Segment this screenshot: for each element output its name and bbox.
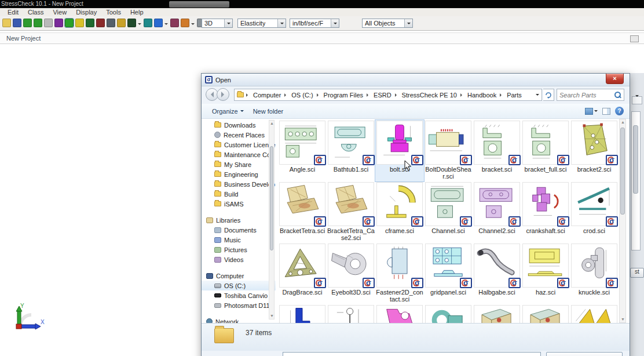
breadcrumb-segment[interactable]: StressCheck PE 10 — [399, 92, 460, 99]
open-folder-icon[interactable] — [2, 19, 11, 27]
file-item-halbgabe-sci[interactable]: σHalbgabe.sci — [473, 243, 521, 304]
filename-input[interactable] — [283, 352, 541, 356]
file-item-partial[interactable] — [473, 304, 521, 323]
menu-item-class[interactable]: Class — [24, 9, 48, 16]
points-icon[interactable] — [170, 19, 179, 27]
save-icon[interactable] — [13, 19, 21, 27]
chevron-down-icon[interactable] — [138, 23, 141, 27]
chevron-down-icon[interactable] — [331, 19, 339, 27]
red-box-icon[interactable] — [96, 19, 105, 27]
breadcrumb-segment[interactable]: ESRD — [371, 92, 394, 99]
breadcrumb-segment[interactable]: Computer — [250, 92, 284, 99]
breadcrumb-segment[interactable]: Handbook — [464, 92, 499, 99]
blue-l-dropdown-icon[interactable] — [154, 19, 163, 27]
key-icon[interactable] — [117, 19, 126, 27]
breadcrumb-history-dropdown-icon[interactable] — [536, 94, 539, 97]
file-item-haz-sci[interactable]: σhaz.sci — [521, 243, 570, 304]
sidebar-item-toshiba-canvio-h[interactable]: Toshiba Canvio H — [202, 290, 276, 300]
menu-item-view[interactable]: View — [49, 9, 71, 16]
sidebar-scrollbar[interactable]: ▲ ▼ — [269, 120, 275, 319]
dialog-titlebar[interactable]: σ Open — [202, 74, 630, 86]
search-icon[interactable] — [613, 91, 621, 99]
file-grid-scrollbar-thumb[interactable] — [620, 128, 625, 215]
close-icon[interactable]: × — [606, 74, 624, 84]
sidebar-item-customer-license[interactable]: Customer License — [202, 140, 276, 150]
file-item-brackettetra-case2-sci[interactable]: σBracketTetra_Case2.sci — [327, 181, 375, 243]
chevron-down-icon[interactable] — [224, 19, 232, 27]
tab-new-project[interactable]: New Project — [2, 34, 45, 43]
sidebar-item-pictures[interactable]: Pictures — [202, 245, 276, 255]
search-box[interactable] — [557, 89, 624, 101]
file-item-partial[interactable] — [327, 304, 375, 323]
file-item-bracket-full-sci[interactable]: σbracket_full.sci — [521, 120, 570, 181]
file-item-boltdoubleshear-sci[interactable]: σBoltDoubleShear.sci — [424, 120, 473, 181]
file-item-partial[interactable] — [278, 304, 327, 323]
file-item-partial[interactable] — [570, 304, 619, 323]
menu-item-edit[interactable]: Edit — [3, 9, 23, 16]
file-item-eyebolt3d-sci[interactable]: σEyebolt3D.sci — [327, 243, 375, 304]
mdi-restore-button[interactable] — [630, 35, 639, 42]
sidebar-item-os-c-[interactable]: OS (C:) — [202, 281, 276, 290]
sidebar-item-my-share[interactable]: My Share — [202, 159, 276, 169]
print-icon[interactable] — [44, 19, 53, 27]
purple-box-icon[interactable] — [54, 19, 63, 27]
sidebar-item-maintenance-con[interactable]: Maintenance Con — [202, 150, 276, 159]
sidebar-item-documents[interactable]: Documents — [202, 225, 276, 235]
units-combo[interactable]: in/lbf/sec/F — [290, 19, 339, 28]
preview-pane-button[interactable] — [602, 108, 610, 115]
file-item-cframe-sci[interactable]: σcframe.sci — [375, 181, 424, 243]
file-grid-scrollbar[interactable]: ▲ ▼ — [619, 119, 626, 323]
scroll-up-icon[interactable]: ▲ — [270, 121, 274, 126]
new-folder-button[interactable]: New folder — [248, 107, 288, 116]
file-item-bracket-sci[interactable]: σbracket.sci — [473, 120, 521, 181]
forward-button[interactable] — [217, 88, 229, 101]
sidebar-scrollbar-thumb[interactable] — [270, 146, 273, 250]
yellow-box-icon[interactable] — [75, 19, 84, 27]
dimension-combo[interactable]: 3D — [202, 19, 233, 28]
orange-tool-dropdown-icon[interactable] — [181, 19, 189, 27]
sidebar-item-isams[interactable]: iSAMS — [202, 199, 276, 209]
mesh-dropdown-icon[interactable] — [127, 19, 136, 27]
fb-icon[interactable] — [107, 19, 115, 27]
breadcrumb[interactable]: ComputerOS (C:)Program FilesESRDStressCh… — [234, 89, 542, 101]
sidebar-item-business-develop[interactable]: Business Develop — [202, 179, 276, 189]
file-item-bathtub1-sci[interactable]: σBathtub1.sci — [327, 120, 375, 181]
sidebar-item-computer[interactable]: Computer — [202, 271, 276, 281]
sidebar-item-network[interactable]: Network — [202, 317, 276, 323]
refresh-button[interactable] — [543, 89, 554, 101]
organize-button[interactable]: Organize — [207, 107, 248, 116]
sidebar-item-engineering[interactable]: Engineering — [202, 169, 276, 179]
chevron-down-icon[interactable] — [164, 23, 168, 27]
menu-item-tools[interactable]: Tools — [102, 9, 125, 16]
sidebar-item-recent-places[interactable]: Recent Places — [202, 130, 276, 140]
file-item-bracket2-sci[interactable]: σbracket2.sci — [570, 120, 619, 181]
file-item-crankshaft-sci[interactable]: σcrankshaft.sci — [521, 181, 570, 243]
sidebar-item-libraries[interactable]: Libraries — [202, 215, 276, 225]
file-item-partial[interactable] — [424, 304, 473, 323]
breadcrumb-segment[interactable]: OS (C:) — [288, 92, 316, 99]
views-button[interactable] — [585, 108, 598, 115]
file-item-bolt-sci[interactable]: σbolt.sci — [375, 120, 424, 181]
breadcrumb-segment[interactable]: Program Files — [321, 92, 366, 99]
chevron-down-icon[interactable] — [404, 19, 412, 27]
file-item-channel2-sci[interactable]: σChannel2.sci — [473, 181, 521, 243]
sidebar-item-photosmart-d110[interactable]: Photosmart D110 — [202, 300, 276, 310]
scroll-down-icon[interactable]: ▼ — [270, 314, 274, 318]
export-green-icon[interactable] — [23, 19, 32, 27]
import-green-icon[interactable] — [34, 19, 42, 27]
filetype-combo[interactable] — [546, 352, 623, 356]
menu-item-display[interactable]: Display — [72, 9, 101, 16]
menu-item-help[interactable]: Help — [126, 9, 148, 16]
search-input[interactable] — [557, 92, 613, 99]
chevron-down-icon[interactable] — [191, 23, 195, 27]
file-item-crod-sci[interactable]: σcrod.sci — [570, 181, 619, 243]
object-filter-combo[interactable]: All Objects — [362, 19, 413, 28]
background-scrollbar-thumb[interactable] — [633, 125, 638, 194]
file-item-partial[interactable] — [521, 304, 570, 323]
file-item-partial[interactable] — [375, 304, 424, 323]
sidebar-item-build[interactable]: Build — [202, 189, 276, 199]
help-button[interactable]: ? — [615, 107, 624, 115]
file-item-gridpanel-sci[interactable]: σgridpanel.sci — [424, 243, 473, 304]
chevron-down-icon[interactable] — [277, 19, 286, 27]
file-item-brackettetra-sci[interactable]: σBracketTetra.sci — [278, 181, 327, 243]
